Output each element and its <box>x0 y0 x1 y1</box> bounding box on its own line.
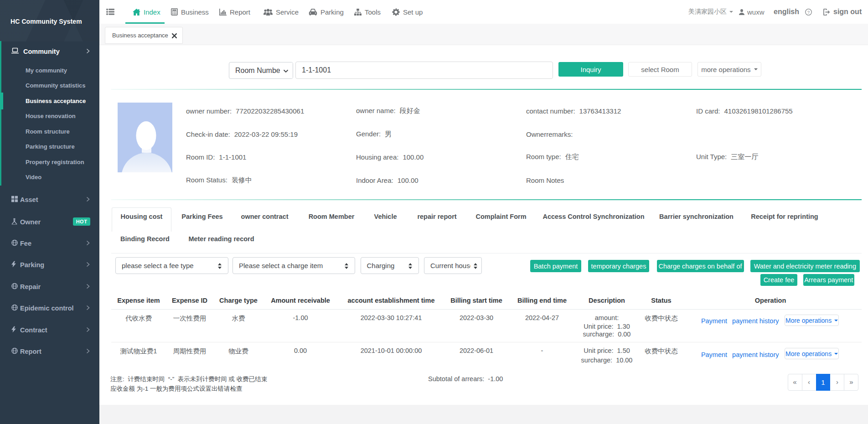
svg-text:?: ? <box>807 10 810 15</box>
